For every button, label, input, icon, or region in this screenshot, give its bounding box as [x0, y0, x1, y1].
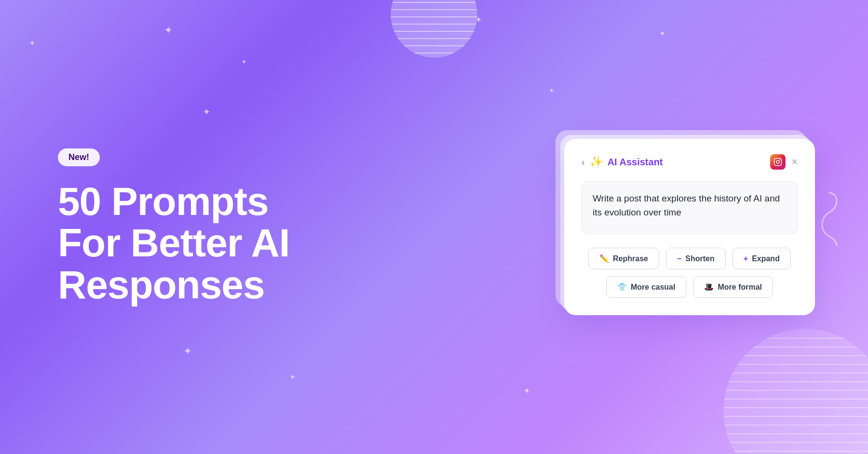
- close-icon[interactable]: ×: [791, 156, 798, 168]
- casual-icon: 👕: [617, 282, 627, 292]
- ai-assistant-title: AI Assistant: [608, 157, 663, 168]
- card-stack: ‹ ✨ AI Assistant ×: [564, 139, 815, 315]
- expand-icon: +: [744, 254, 748, 263]
- left-content: New! 50 Prompts For Better AI Responses: [58, 148, 347, 305]
- shorten-icon: −: [677, 254, 681, 263]
- rephrase-button[interactable]: ✏️ Rephrase: [588, 248, 659, 269]
- button-row-2: 👕 More casual 🎩 More formal: [582, 276, 798, 298]
- card-header: ‹ ✨ AI Assistant ×: [582, 154, 798, 170]
- star-decoration: ✦: [549, 87, 555, 94]
- card-header-right: ×: [770, 154, 798, 170]
- more-formal-label: More formal: [718, 283, 762, 292]
- more-casual-button[interactable]: 👕 More casual: [606, 276, 686, 298]
- star-decoration: ✦: [523, 386, 530, 396]
- deco-circle-bottom: [723, 329, 868, 454]
- prompt-text: Write a post that explores the history o…: [593, 191, 787, 220]
- card-header-left: ‹ ✨ AI Assistant: [582, 156, 663, 168]
- star-decoration: ✦: [203, 106, 211, 118]
- back-arrow-icon[interactable]: ‹: [582, 157, 585, 168]
- star-decoration: ✦: [183, 345, 192, 358]
- ai-assistant-card: ‹ ✨ AI Assistant ×: [564, 139, 815, 315]
- action-buttons: ✏️ Rephrase − Shorten + Expand: [582, 248, 798, 298]
- deco-circle-top: [391, 0, 477, 58]
- background: ✦ ✦ ✦ ✦ ✦ ✦ ✦ ✦ ✦ ✦ New! 50 Prompts For …: [0, 0, 868, 454]
- rephrase-label: Rephrase: [613, 254, 648, 263]
- instagram-icon[interactable]: [770, 154, 786, 170]
- headline-line1: 50 Prompts: [58, 181, 347, 222]
- expand-label: Expand: [752, 254, 780, 263]
- rephrase-icon: ✏️: [599, 254, 609, 263]
- button-row-1: ✏️ Rephrase − Shorten + Expand: [582, 248, 798, 269]
- headline-line2: For Better AI: [58, 222, 347, 264]
- expand-button[interactable]: + Expand: [732, 248, 791, 269]
- star-decoration: ✦: [289, 373, 296, 382]
- svg-point-15: [779, 160, 780, 160]
- more-formal-button[interactable]: 🎩 More formal: [693, 276, 773, 298]
- ai-wand-icon: ✨: [590, 156, 603, 168]
- star-decoration: ✦: [475, 14, 482, 25]
- prompt-box: Write a post that explores the history o…: [582, 181, 798, 234]
- star-decoration: ✦: [241, 58, 247, 66]
- shorten-label: Shorten: [685, 254, 714, 263]
- new-badge: New!: [58, 148, 100, 166]
- headline: 50 Prompts For Better AI Responses: [58, 181, 347, 305]
- headline-line3: Responses: [58, 264, 347, 306]
- squiggle-decoration: [815, 188, 844, 253]
- star-decoration: ✦: [659, 29, 665, 38]
- svg-rect-13: [774, 159, 782, 166]
- svg-point-1: [391, 0, 477, 58]
- star-decoration: ✦: [164, 24, 173, 37]
- formal-icon: 🎩: [704, 282, 714, 292]
- star-decoration: ✦: [29, 39, 35, 48]
- more-casual-label: More casual: [631, 283, 675, 292]
- right-content: ‹ ✨ AI Assistant ×: [550, 139, 829, 315]
- shorten-button[interactable]: − Shorten: [666, 248, 726, 269]
- svg-point-14: [776, 160, 779, 163]
